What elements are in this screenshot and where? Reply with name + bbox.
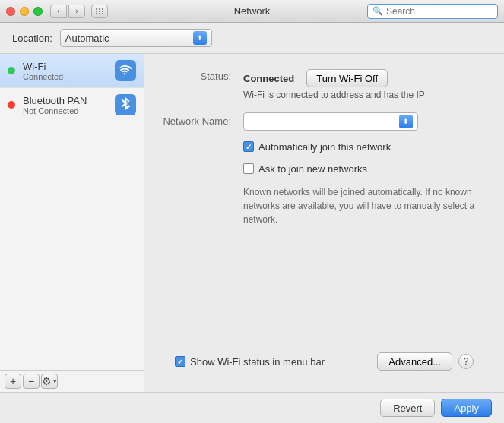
footer-actions: Revert Apply <box>0 392 504 423</box>
wifi-icon <box>115 60 136 81</box>
dots-grid-icon <box>96 8 104 14</box>
bluetooth-icon <box>115 94 136 115</box>
sidebar: Wi-Fi Connected Bluetooth PAN Not Connec <box>0 54 144 392</box>
known-networks-description: Known networks will be joined automatica… <box>243 185 486 226</box>
ask-join-checkbox[interactable] <box>243 163 254 174</box>
search-box[interactable]: 🔍 <box>367 4 498 19</box>
window-title: Network <box>234 5 271 17</box>
wifi-item-name: Wi-Fi <box>23 61 107 72</box>
bottom-right-buttons: Advanced... ? <box>377 352 474 371</box>
nav-buttons: ‹ › <box>50 5 85 18</box>
detail-panel: Status: Connected Turn Wi-Fi Off Wi-Fi i… <box>144 54 504 392</box>
wifi-item-info: Wi-Fi Connected <box>23 61 107 81</box>
forward-button[interactable]: › <box>68 5 85 18</box>
sidebar-list: Wi-Fi Connected Bluetooth PAN Not Connec <box>0 54 144 370</box>
app-switcher-button[interactable] <box>91 5 108 18</box>
bluetooth-item-info: Bluetooth PAN Not Connected <box>23 95 107 115</box>
flex-spacer <box>163 237 486 335</box>
gear-icon: ⚙ <box>42 375 52 387</box>
titlebar: ‹ › Network 🔍 <box>0 0 504 23</box>
bluetooth-item-sub: Not Connected <box>23 106 107 115</box>
location-label: Location: <box>12 33 52 44</box>
gear-menu-button[interactable]: ⚙ ▾ <box>41 374 58 389</box>
main-content: Location: Automatic ⬍ Wi-Fi Connected <box>0 23 504 423</box>
network-name-label: Network Name: <box>163 115 231 127</box>
body-split: Wi-Fi Connected Bluetooth PAN Not Connec <box>0 54 504 392</box>
ask-join-label: Ask to join new networks <box>258 163 367 175</box>
add-network-button[interactable]: + <box>5 374 21 389</box>
sidebar-item-wifi[interactable]: Wi-Fi Connected <box>0 54 144 88</box>
show-wifi-row: Show Wi-Fi status in menu bar <box>175 356 369 368</box>
apply-button[interactable]: Apply <box>441 399 492 417</box>
advanced-button[interactable]: Advanced... <box>377 352 452 371</box>
wifi-status-indicator <box>8 67 15 74</box>
sidebar-footer: + − ⚙ ▾ <box>0 370 144 392</box>
bottom-bar: Show Wi-Fi status in menu bar Advanced..… <box>163 346 486 377</box>
status-row: Status: Connected Turn Wi-Fi Off Wi-Fi i… <box>163 69 486 102</box>
auto-join-label: Automatically join this network <box>258 141 391 153</box>
network-name-select[interactable]: ⬍ <box>243 112 418 131</box>
location-select[interactable]: Automatic ⬍ <box>60 29 212 47</box>
auto-join-checkbox[interactable] <box>243 141 254 152</box>
gear-dropdown-arrow-icon: ▾ <box>53 377 57 385</box>
status-detail: Connected Turn Wi-Fi Off Wi-Fi is connec… <box>243 69 486 102</box>
close-button[interactable] <box>6 7 15 16</box>
auto-join-checkbox-container[interactable]: Automatically join this network <box>243 141 391 153</box>
remove-network-button[interactable]: − <box>23 374 40 389</box>
status-description: Wi-Fi is connected to address and has th… <box>243 89 486 102</box>
search-icon: 🔍 <box>372 6 383 16</box>
wifi-item-sub: Connected <box>23 72 107 81</box>
show-wifi-label: Show Wi-Fi status in menu bar <box>190 356 325 368</box>
search-input[interactable] <box>386 6 500 17</box>
help-button[interactable]: ? <box>458 354 474 369</box>
back-button[interactable]: ‹ <box>50 5 67 18</box>
location-dropdown-arrow-icon: ⬍ <box>193 31 207 45</box>
status-label: Status: <box>201 71 231 82</box>
location-bar: Location: Automatic ⬍ <box>0 23 504 54</box>
bluetooth-status-indicator <box>8 101 15 109</box>
bluetooth-item-name: Bluetooth PAN <box>23 95 107 106</box>
status-top-row: Connected Turn Wi-Fi Off <box>243 69 486 87</box>
status-value: Connected <box>243 73 294 84</box>
ask-join-row: Ask to join new networks <box>243 163 486 175</box>
network-name-row: Network Name: ⬍ <box>163 112 486 131</box>
turn-wifi-off-button[interactable]: Turn Wi-Fi Off <box>306 69 388 87</box>
network-select-arrow-icon: ⬍ <box>399 115 413 128</box>
show-wifi-checkbox[interactable] <box>175 356 185 367</box>
sidebar-item-bluetooth-pan[interactable]: Bluetooth PAN Not Connected <box>0 88 144 122</box>
maximize-button[interactable] <box>33 7 43 16</box>
auto-join-row: Automatically join this network <box>243 141 486 153</box>
traffic-lights <box>6 7 43 16</box>
revert-button[interactable]: Revert <box>380 399 435 417</box>
ask-join-checkbox-container[interactable]: Ask to join new networks <box>243 163 367 175</box>
minimize-button[interactable] <box>20 7 29 16</box>
location-value: Automatic <box>65 33 193 44</box>
